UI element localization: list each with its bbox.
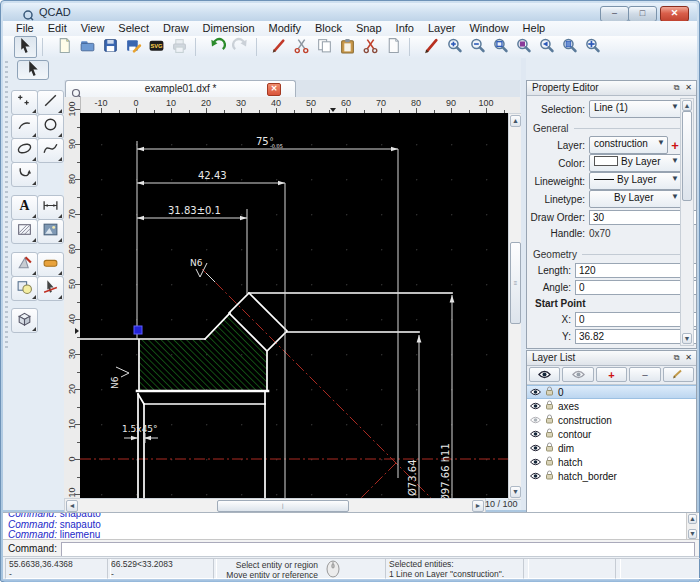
color-combo[interactable]: By Layer▼ — [589, 154, 682, 172]
layer-visibility-icon[interactable] — [530, 443, 541, 454]
layer-lock-icon[interactable] — [545, 456, 554, 468]
circle-tool-button[interactable] — [37, 114, 64, 139]
layer-row-contour[interactable]: contour — [527, 427, 696, 441]
save-as-button[interactable] — [123, 37, 144, 57]
image-tool-button[interactable] — [37, 219, 64, 244]
layer-lock-icon[interactable] — [545, 400, 554, 412]
layer-row-0[interactable]: 0 — [527, 385, 696, 399]
scroll-thumb[interactable]: ≡ — [510, 242, 521, 324]
float-panel-icon[interactable]: ⧉ — [671, 353, 682, 363]
angle-input[interactable] — [575, 280, 696, 295]
layer-row-dim[interactable]: dim — [527, 441, 696, 455]
open-file-button[interactable] — [77, 37, 98, 57]
menu-select[interactable]: Select — [111, 21, 156, 36]
property-editor-title[interactable]: Property Editor ⧉ ✕ — [527, 81, 696, 96]
line-tool-button[interactable] — [37, 90, 64, 115]
draw-pencil-button[interactable] — [421, 37, 442, 57]
layer-row-hatch_border[interactable]: hatch_border — [527, 469, 696, 483]
length-input[interactable] — [575, 263, 696, 278]
menu-window[interactable]: Window — [462, 21, 515, 36]
layer-visibility-icon[interactable] — [530, 387, 541, 398]
layer-combo[interactable]: construction▼ — [589, 136, 668, 154]
maximize-button[interactable]: □ — [628, 6, 657, 22]
start-y-input[interactable] — [575, 329, 696, 344]
point-tool-button[interactable] — [11, 90, 38, 115]
selection-tool-button[interactable] — [17, 60, 49, 80]
layer-visibility-icon[interactable] — [530, 457, 541, 468]
selection-grip[interactable] — [134, 326, 142, 334]
menu-layer[interactable]: Layer — [421, 21, 463, 36]
history-scrollbar[interactable]: ▲ ▼ — [686, 513, 698, 540]
command-input[interactable] — [61, 542, 695, 557]
layer-lock-icon[interactable] — [545, 428, 554, 440]
zoom-previous-button[interactable] — [536, 37, 557, 57]
new-file-button[interactable] — [54, 37, 75, 57]
show-all-layers-button[interactable] — [529, 367, 560, 382]
snap-tools-button[interactable] — [37, 276, 64, 301]
document-tab[interactable]: example01.dxf * ✕ — [65, 80, 296, 97]
cut-reference-button[interactable] — [360, 37, 381, 57]
selection-combo[interactable]: Line (1)▼ — [589, 100, 682, 118]
menu-view[interactable]: View — [74, 21, 112, 36]
layer-lock-icon[interactable] — [545, 470, 554, 482]
start-x-input[interactable] — [575, 312, 696, 327]
menu-dimension[interactable]: Dimension — [196, 21, 262, 36]
solid-tools-button[interactable] — [11, 308, 38, 333]
arc-tool-button[interactable] — [11, 114, 38, 139]
spline-tool-button[interactable] — [37, 138, 64, 163]
layer-lock-icon[interactable] — [545, 386, 554, 398]
menu-snap[interactable]: Snap — [349, 21, 389, 36]
close-panel-icon[interactable]: ✕ — [683, 83, 694, 93]
menu-block[interactable]: Block — [308, 21, 349, 36]
edit-pencil-button[interactable] — [268, 37, 289, 57]
float-panel-icon[interactable]: ⧉ — [671, 83, 682, 93]
zoom-out-button[interactable] — [467, 37, 488, 57]
menu-file[interactable]: File — [9, 21, 41, 36]
polyline-tool-button[interactable] — [11, 162, 38, 187]
modify-tools-button[interactable] — [11, 252, 38, 277]
layer-visibility-icon[interactable] — [530, 401, 541, 412]
close-button[interactable]: ✕ — [660, 6, 689, 22]
remove-layer-button[interactable]: − — [629, 367, 660, 382]
scroll-up-icon[interactable]: ▲ — [510, 115, 521, 127]
layer-row-construction[interactable]: construction — [527, 413, 696, 427]
layer-row-hatch[interactable]: hatch — [527, 455, 696, 469]
layer-visibility-icon[interactable] — [530, 415, 541, 426]
plugin-tools-button[interactable] — [37, 252, 64, 277]
tab-close-icon[interactable]: ✕ — [267, 83, 281, 96]
copy-button[interactable] — [314, 37, 335, 57]
layer-list-title[interactable]: Layer List ⧉ ✕ — [527, 351, 696, 366]
layer-visibility-icon[interactable] — [530, 471, 541, 482]
zoom-window-button[interactable] — [490, 37, 511, 57]
layer-visibility-icon[interactable] — [530, 429, 541, 440]
scroll-down-icon[interactable]: ▼ — [510, 486, 521, 498]
dimension-tool-button[interactable] — [37, 195, 64, 220]
lineweight-combo[interactable]: By Layer▼ — [589, 172, 682, 190]
zoom-in-button[interactable] — [444, 37, 465, 57]
save-button[interactable] — [100, 37, 121, 57]
text-tool-button[interactable]: A — [11, 195, 38, 220]
menu-edit[interactable]: Edit — [41, 21, 74, 36]
command-history[interactable]: Command: snapautoCommand: snapautoComman… — [3, 512, 699, 540]
zoom-pan-button[interactable] — [582, 37, 603, 57]
hide-all-layers-button[interactable] — [562, 367, 593, 382]
dock-handle[interactable] — [5, 61, 8, 351]
close-panel-icon[interactable]: ✕ — [683, 353, 694, 363]
scroll-thumb[interactable]: 𝍩 — [217, 500, 349, 512]
cut-button[interactable] — [291, 37, 312, 57]
layer-lock-icon[interactable] — [545, 442, 554, 454]
print-button[interactable] — [169, 37, 190, 57]
svg-export-button[interactable]: SVG — [146, 37, 167, 57]
menu-draw[interactable]: Draw — [156, 21, 196, 36]
zoom-page-button[interactable] — [559, 37, 580, 57]
paste-reference-button[interactable] — [383, 37, 404, 57]
selection-arrow-button[interactable] — [14, 36, 37, 58]
zoom-auto-button[interactable] — [513, 37, 534, 57]
menu-modify[interactable]: Modify — [262, 21, 308, 36]
scroll-left-icon[interactable]: ◄ — [66, 500, 78, 512]
scroll-right-icon[interactable]: ► — [472, 500, 484, 512]
redo-button[interactable] — [230, 37, 251, 57]
paste-button[interactable] — [337, 37, 358, 57]
edit-layer-button[interactable] — [663, 367, 694, 382]
property-editor-scrollbar[interactable]: ▲ ▼ — [680, 98, 694, 346]
